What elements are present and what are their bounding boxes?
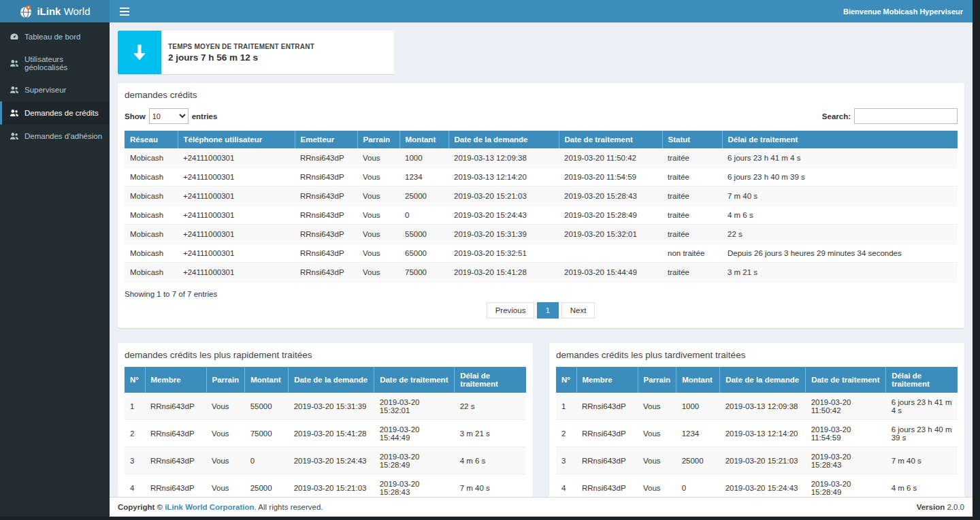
table-cell: 6 jours 23 h 40 m 39 s: [722, 167, 958, 186]
table-cell: 22 s: [455, 393, 526, 420]
sidebar-item-label: Demandes d'adhésion: [24, 132, 102, 140]
column-header[interactable]: Parrain: [206, 367, 245, 393]
table-cell: Depuis 26 jours 3 heures 29 minutes 34 s…: [722, 244, 958, 263]
column-header[interactable]: Montant: [245, 367, 289, 393]
table-cell: RRnsi643dP: [145, 420, 206, 447]
column-header[interactable]: Parrain: [638, 367, 676, 393]
table-cell: 2019-03-20 15:31:39: [448, 225, 559, 244]
column-header[interactable]: Date de traitement: [559, 131, 662, 148]
sidebar-item-utilisateurs-geolocalises[interactable]: Utilisateurs géolocalisés: [0, 48, 110, 78]
company-link[interactable]: iLink World Corporation: [165, 503, 254, 511]
app-window: iLink World Bienvenue Mobicash Hypervise…: [0, 0, 973, 517]
table-cell: 2019-03-20 11:54:59: [806, 420, 886, 447]
table-header-row: RéseauTéléphone utilisateurEmetteurParra…: [125, 131, 958, 148]
table-row: Mobicash+24111000301RRnsi643dPVous02019-…: [125, 206, 958, 225]
table-row: Mobicash+24111000301RRnsi643dPVous750002…: [125, 263, 958, 282]
pagination-previous-button[interactable]: Previous: [487, 302, 535, 319]
table-cell: 2019-03-20 15:44:49: [374, 420, 455, 447]
table-cell: RRnsi643dP: [576, 474, 638, 498]
table-cell: 2019-03-20 15:21:03: [448, 186, 559, 206]
table-cell: traitée: [662, 263, 722, 282]
table-cell: 2019-03-20 15:44:49: [559, 263, 662, 282]
table-cell: RRnsi643dP: [295, 148, 357, 167]
table-cell: +24111000301: [178, 148, 295, 167]
table-cell: 2019-03-13 12:09:38: [720, 393, 806, 420]
panel-title: demandes crédits: [118, 83, 964, 107]
table-cell: RRnsi643dP: [145, 474, 206, 498]
table-cell: 2019-03-20 15:28:43: [806, 447, 886, 474]
column-header[interactable]: Date de traitement: [374, 367, 455, 393]
column-header[interactable]: Délai de traitement: [886, 367, 958, 393]
column-header[interactable]: Date de traitement: [806, 367, 886, 393]
column-header[interactable]: Délai de traitement: [722, 131, 958, 148]
dashboard-icon: [10, 32, 19, 42]
table-cell: +24111000301: [178, 244, 295, 263]
page-length-select[interactable]: 10: [149, 108, 189, 124]
table-cell: Mobicash: [125, 244, 178, 263]
column-header[interactable]: Réseau: [125, 131, 178, 148]
pagination-page-1-button[interactable]: 1: [537, 302, 559, 319]
column-header[interactable]: Parrain: [357, 131, 399, 148]
app-logo[interactable]: iLink World: [0, 0, 110, 22]
column-header[interactable]: N°: [556, 367, 576, 393]
table-cell: 2019-03-20 15:21:03: [720, 447, 806, 474]
table-cell: Vous: [638, 393, 676, 420]
version-label: Version: [917, 503, 945, 511]
table-cell: +24111000301: [178, 263, 295, 282]
table-cell: 1: [125, 393, 145, 420]
column-header[interactable]: Délai de traitement: [455, 367, 526, 393]
table-row: 1RRnsi643dPVous550002019-03-20 15:31:392…: [125, 393, 526, 420]
sidebar: Tableau de bord Utilisateurs géolocalisé…: [0, 22, 110, 517]
table-cell: 2019-03-20 15:32:51: [448, 244, 559, 263]
table-header-row: N°MembreParrainMontantDate de la demande…: [556, 367, 958, 393]
table-cell: 4: [125, 474, 145, 498]
column-header[interactable]: Membre: [576, 367, 638, 393]
navbar: Bienvenue Mobicash Hyperviseur: [110, 0, 973, 22]
table-cell: Vous: [357, 244, 399, 263]
column-header[interactable]: Date de la demande: [289, 367, 374, 393]
table-cell: 4 m 6 s: [722, 206, 958, 225]
table-row: Mobicash+24111000301RRnsi643dPVous550002…: [125, 225, 958, 244]
brand-text: iLink World: [37, 5, 90, 17]
table-cell: 55000: [245, 393, 289, 420]
search-input[interactable]: [854, 108, 958, 124]
pagination: Previous 1 Next: [125, 302, 958, 319]
table-row: Mobicash+24111000301RRnsi643dPVous123420…: [125, 167, 958, 186]
column-header[interactable]: Date de la demande: [448, 131, 559, 148]
table-cell: 1: [556, 393, 576, 420]
copyright-text: Copyright © iLink World Corporation. All…: [118, 503, 323, 511]
hamburger-icon: [120, 7, 129, 16]
sidebar-menu: Tableau de bord Utilisateurs géolocalisé…: [0, 25, 110, 148]
table-cell: Vous: [638, 474, 676, 498]
table-cell: 2019-03-13 12:14:20: [448, 167, 559, 186]
column-header[interactable]: Téléphone utilisateur: [178, 131, 295, 148]
sidebar-item-demandes-adhesion[interactable]: Demandes d'adhésion: [0, 125, 110, 148]
column-header[interactable]: Date de la demande: [720, 367, 806, 393]
pagination-next-button[interactable]: Next: [561, 302, 595, 319]
column-header[interactable]: N°: [125, 367, 145, 393]
table-cell: 2019-03-20 15:28:49: [559, 206, 662, 225]
table-cell: Vous: [357, 186, 399, 206]
table-row: 2RRnsi643dPVous12342019-03-13 12:14:2020…: [556, 420, 958, 447]
column-header[interactable]: Emetteur: [295, 131, 357, 148]
slowest-table: N°MembreParrainMontantDate de la demande…: [556, 367, 958, 497]
column-header[interactable]: Montant: [676, 367, 720, 393]
table-cell: 2019-03-20 15:28:43: [374, 474, 455, 498]
column-header[interactable]: Statut: [662, 131, 722, 148]
sidebar-toggle-button[interactable]: [110, 0, 140, 22]
credits-table: RéseauTéléphone utilisateurEmetteurParra…: [125, 131, 958, 282]
table-cell: 3 m 21 s: [722, 263, 958, 282]
column-header[interactable]: Membre: [145, 367, 206, 393]
table-cell: Mobicash: [125, 263, 178, 282]
table-cell: Vous: [357, 263, 399, 282]
column-header[interactable]: Montant: [399, 131, 448, 148]
table-cell: Mobicash: [125, 148, 178, 167]
table-cell: 4: [556, 474, 576, 498]
table-row: 2RRnsi643dPVous750002019-03-20 15:41:282…: [125, 420, 526, 447]
sidebar-item-demandes-de-credits[interactable]: Demandes de crédits: [0, 101, 110, 125]
sidebar-item-tableau-de-bord[interactable]: Tableau de bord: [0, 25, 110, 48]
sidebar-item-superviseur[interactable]: Superviseur: [0, 78, 110, 101]
table-cell: 4 m 6 s: [886, 474, 958, 498]
table-cell: 25000: [245, 474, 289, 498]
table-cell: RRnsi643dP: [295, 225, 357, 244]
